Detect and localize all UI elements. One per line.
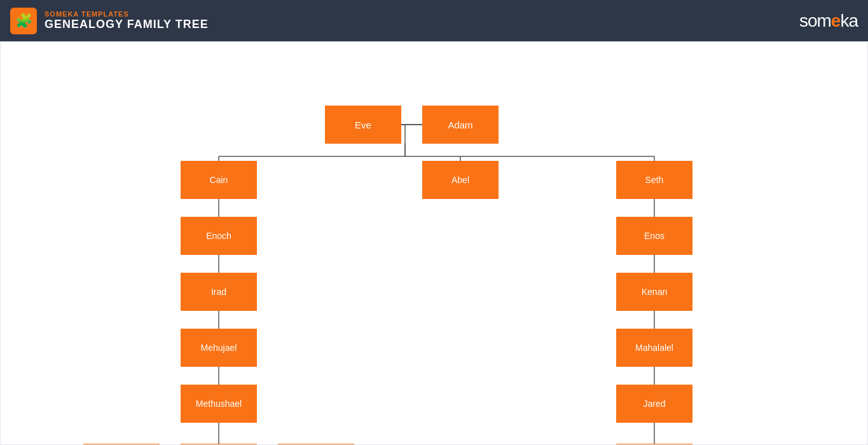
node-irad: Irad bbox=[181, 273, 257, 311]
someka-logo: someka bbox=[799, 11, 858, 31]
node-seth: Seth bbox=[616, 161, 692, 199]
node-enoch: Enoch bbox=[181, 217, 257, 255]
tree-lines bbox=[1, 42, 867, 444]
header-left: 🧩 SOMEKA TEMPLATES GENEALOGY FAMILY TREE bbox=[10, 8, 209, 34]
header: 🧩 SOMEKA TEMPLATES GENEALOGY FAMILY TREE… bbox=[0, 0, 868, 41]
node-enos: Enos bbox=[616, 217, 692, 255]
node-adam: Adam bbox=[422, 106, 499, 144]
brand-name: SOMEKA TEMPLATES bbox=[45, 10, 209, 18]
node-mahalalel: Mahalalel bbox=[616, 329, 692, 367]
tree-area: Eve Adam Cain Abel Seth Enoch Enos Irad bbox=[0, 41, 868, 445]
node-jared: Jared bbox=[616, 385, 692, 423]
node-eve: Eve bbox=[325, 106, 401, 144]
tree-container: Eve Adam Cain Abel Seth Enoch Enos Irad bbox=[1, 42, 867, 444]
page-title: GENEALOGY FAMILY TREE bbox=[45, 18, 209, 31]
app-icon: 🧩 bbox=[10, 8, 37, 34]
node-mehujael: Mehujael bbox=[181, 329, 257, 367]
node-abel: Abel bbox=[422, 161, 499, 199]
node-methushael: Methushael bbox=[181, 385, 257, 423]
header-text: SOMEKA TEMPLATES GENEALOGY FAMILY TREE bbox=[45, 10, 209, 31]
node-cain: Cain bbox=[181, 161, 257, 199]
node-kenan: Kenan bbox=[616, 273, 692, 311]
